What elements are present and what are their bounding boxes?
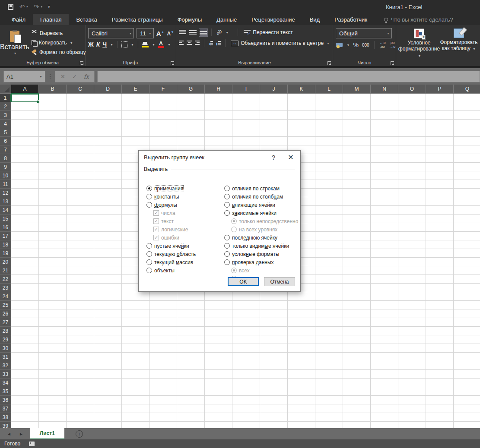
row-header-31[interactable]: 31 — [0, 353, 11, 361]
row-header-9[interactable]: 9 — [0, 163, 11, 171]
row-header-39[interactable]: 39 — [0, 422, 11, 428]
font-size-combo[interactable]: 11▼ — [137, 28, 153, 38]
macro-record-icon[interactable] — [29, 442, 35, 446]
tab-Данные[interactable]: Данные — [209, 14, 244, 25]
merge-center-button[interactable]: Объединить и поместить в центре▼ — [229, 39, 331, 47]
format-painter-button[interactable]: Формат по образцу — [30, 48, 87, 56]
row-header-12[interactable]: 12 — [0, 189, 11, 197]
column-header-B[interactable]: B — [39, 85, 67, 94]
row-header-7[interactable]: 7 — [0, 145, 11, 154]
decrease-decimal-button[interactable]: ,00→,0 — [389, 41, 395, 49]
comma-style-button[interactable]: 000 — [362, 43, 369, 47]
dialog-launcher-icon[interactable] — [80, 61, 83, 65]
column-header-P[interactable]: P — [426, 85, 454, 94]
undo-button[interactable]: ↶▾ — [19, 3, 28, 11]
row-header-24[interactable]: 24 — [0, 292, 11, 301]
percent-style-button[interactable]: % — [353, 41, 359, 48]
radio-icon[interactable] — [146, 268, 152, 273]
row-header-32[interactable]: 32 — [0, 361, 11, 370]
row-header-23[interactable]: 23 — [0, 284, 11, 292]
column-header-J[interactable]: J — [260, 85, 288, 94]
align-right-button[interactable] — [195, 40, 200, 47]
align-middle-button[interactable] — [189, 29, 197, 36]
row-header-19[interactable]: 19 — [0, 249, 11, 258]
row-header-13[interactable]: 13 — [0, 197, 11, 206]
row-header-35[interactable]: 35 — [0, 387, 11, 396]
orientation-icon[interactable]: ab — [215, 28, 223, 36]
formula-input[interactable] — [97, 71, 480, 82]
name-box[interactable]: A1▼ — [3, 71, 45, 82]
option-отличия-по-строкам[interactable]: отличия по строкам — [224, 184, 299, 192]
row-header-20[interactable]: 20 — [0, 258, 11, 266]
italic-button[interactable]: К — [96, 41, 100, 48]
option-константы[interactable]: константы — [146, 192, 220, 201]
font-name-combo[interactable]: Calibri▼ — [88, 28, 134, 38]
column-header-E[interactable]: E — [122, 85, 149, 94]
ok-button[interactable]: OK — [228, 277, 259, 286]
row-header-38[interactable]: 38 — [0, 413, 11, 422]
font-color-button[interactable]: А — [158, 41, 164, 48]
tab-Файл[interactable]: Файл — [4, 14, 33, 25]
align-bottom-button[interactable] — [200, 29, 207, 36]
decrease-indent-icon[interactable] — [208, 40, 213, 46]
row-header-26[interactable]: 26 — [0, 309, 11, 318]
radio-icon[interactable] — [224, 259, 230, 265]
option-текущий-массив[interactable]: текущий массив — [146, 258, 220, 266]
column-header-Q[interactable]: Q — [454, 85, 480, 94]
sheet-nav-left-icon[interactable]: ◄ — [7, 432, 11, 436]
row-header-27[interactable]: 27 — [0, 318, 11, 327]
increase-font-button[interactable]: A▲ — [156, 30, 165, 37]
accounting-format-icon[interactable] — [336, 43, 343, 47]
sheet-tab[interactable]: Лист1 — [30, 428, 64, 439]
align-top-button[interactable] — [179, 29, 186, 36]
row-header-6[interactable]: 6 — [0, 137, 11, 145]
radio-icon[interactable] — [224, 194, 230, 199]
number-format-combo[interactable]: Общий▼ — [336, 28, 392, 38]
row-header-14[interactable]: 14 — [0, 206, 11, 215]
row-header-10[interactable]: 10 — [0, 171, 11, 180]
tab-Вид[interactable]: Вид — [302, 14, 327, 25]
increase-indent-icon[interactable] — [216, 40, 221, 46]
option-зависимые-ячейки[interactable]: зависимые ячейки — [224, 209, 299, 217]
confirm-entry-icon[interactable]: ✓ — [72, 73, 77, 80]
row-header-11[interactable]: 11 — [0, 180, 11, 189]
tab-Вставка[interactable]: Вставка — [69, 14, 104, 25]
column-header-K[interactable]: K — [288, 85, 315, 94]
tab-Рецензирование[interactable]: Рецензирование — [244, 14, 302, 25]
tab-Главная[interactable]: Главная — [33, 14, 69, 25]
dialog-launcher-icon[interactable] — [391, 61, 394, 65]
column-header-F[interactable]: F — [149, 85, 177, 94]
row-header-16[interactable]: 16 — [0, 223, 11, 232]
redo-button[interactable]: ↷▾ — [34, 3, 42, 11]
option-объекты[interactable]: объекты — [146, 266, 220, 274]
format-as-table-button[interactable]: Форматировать как таблицу ▼ — [439, 27, 478, 58]
radio-icon[interactable] — [146, 251, 152, 257]
active-cell-a1[interactable] — [11, 94, 39, 102]
option-влияющие-ячейки[interactable]: влияющие ячейки — [224, 201, 299, 209]
option-текущую-область[interactable]: текущую область — [146, 250, 220, 258]
row-header-33[interactable]: 33 — [0, 370, 11, 379]
radio-icon[interactable] — [146, 202, 152, 208]
column-header-L[interactable]: L — [315, 85, 343, 94]
tab-Формулы[interactable]: Формулы — [170, 14, 210, 25]
insert-function-icon[interactable]: fx — [84, 73, 89, 80]
radio-icon[interactable] — [146, 259, 152, 265]
row-header-22[interactable]: 22 — [0, 275, 11, 284]
paste-button[interactable]: Вставить ▼ — [3, 27, 27, 58]
tab-Разработчик[interactable]: Разработчик — [327, 14, 375, 25]
radio-icon[interactable] — [146, 243, 152, 249]
column-header-M[interactable]: M — [343, 85, 371, 94]
decrease-font-button[interactable]: A▼ — [167, 30, 174, 37]
increase-decimal-button[interactable]: ←.0,00 — [379, 41, 386, 49]
row-header-21[interactable]: 21 — [0, 266, 11, 275]
align-left-button[interactable] — [179, 40, 184, 47]
row-header-8[interactable]: 8 — [0, 154, 11, 163]
radio-icon[interactable] — [224, 202, 230, 208]
row-header-4[interactable]: 4 — [0, 120, 11, 128]
row-header-18[interactable]: 18 — [0, 240, 11, 249]
radio-icon[interactable] — [224, 251, 230, 257]
column-header-C[interactable]: C — [67, 85, 94, 94]
column-header-O[interactable]: O — [398, 85, 426, 94]
radio-icon[interactable] — [224, 186, 230, 191]
dialog-launcher-icon[interactable] — [327, 61, 331, 65]
